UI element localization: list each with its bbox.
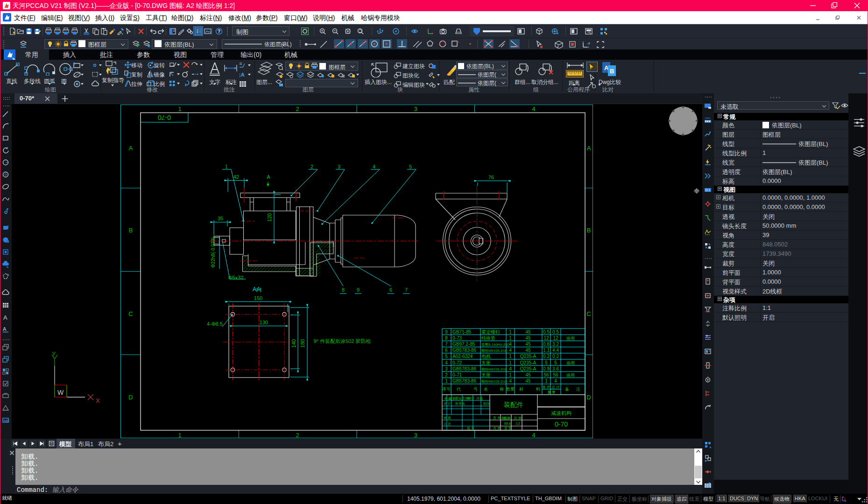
svg-text:7: 7	[445, 342, 448, 347]
svg-text:A02-6324: A02-6324	[452, 354, 473, 359]
svg-text:45: 45	[525, 348, 531, 353]
svg-text:总 计: 总 计	[551, 385, 560, 389]
svg-text:4: 4	[509, 366, 512, 371]
svg-text:12: 12	[543, 336, 549, 341]
svg-text:2: 2	[296, 432, 299, 439]
svg-text:1: 1	[445, 378, 448, 384]
svg-text:第 页: 第 页	[504, 427, 512, 430]
svg-text:电机: 电机	[481, 354, 491, 359]
svg-text:材: 材	[519, 387, 523, 392]
svg-text:A: A	[587, 145, 591, 152]
svg-text:4: 4	[509, 378, 512, 384]
svg-text:借用: 借用	[566, 373, 575, 378]
svg-text:;A: ;A	[239, 72, 245, 77]
svg-text:3: 3	[338, 164, 340, 169]
svg-text:GB5783-86: GB5783-86	[452, 366, 477, 371]
svg-text:1: 1	[178, 105, 181, 112]
svg-text:O 1: O 1	[706, 189, 711, 192]
svg-text:序号: 序号	[442, 387, 451, 392]
svg-text:1: 1	[509, 372, 512, 378]
svg-text:4: 4	[554, 378, 557, 384]
svg-text:6: 6	[389, 287, 392, 293]
svg-text:0.2: 0.2	[552, 354, 559, 359]
svg-text:垫圈5-140HV-ZnD: 垫圈5-140HV-ZnD	[481, 343, 510, 347]
svg-text:重 量: 重 量	[503, 416, 511, 420]
svg-text:0-70: 0-70	[158, 114, 171, 121]
svg-text:150: 150	[254, 295, 262, 301]
svg-text:C: C	[128, 310, 133, 317]
svg-text:0.2: 0.2	[543, 354, 550, 359]
svg-text:Q235-A: Q235-A	[520, 354, 536, 359]
svg-text:支座: 支座	[481, 372, 491, 378]
svg-text:A: A	[267, 174, 270, 180]
svg-text:0.9: 0.9	[543, 366, 550, 371]
svg-text:4: 4	[445, 360, 448, 365]
svg-text:代: 代	[456, 387, 461, 392]
svg-text:2: 2	[445, 372, 448, 378]
svg-text:45: 45	[525, 372, 531, 378]
svg-text:1: 1	[545, 378, 548, 384]
svg-text:56: 56	[543, 372, 549, 378]
svg-text:数量: 数量	[506, 387, 515, 392]
svg-text:支座: 支座	[481, 360, 491, 365]
svg-text:4: 4	[532, 105, 535, 112]
svg-text:借用: 借用	[566, 361, 575, 365]
svg-text:螺栓M8X20-ZnD: 螺栓M8X20-ZnD	[481, 367, 508, 371]
svg-text:批 准: 批 准	[467, 427, 474, 430]
svg-text:8: 8	[342, 287, 345, 293]
svg-text:X: X	[96, 397, 100, 404]
svg-text:紧定螺钉: 紧定螺钉	[481, 329, 500, 335]
svg-text:5: 5	[409, 164, 412, 169]
svg-text:螺栓M6X20-ZnD: 螺栓M6X20-ZnD	[481, 379, 508, 384]
svg-text:A: A	[129, 145, 133, 152]
svg-text:比 例: 比 例	[514, 416, 522, 420]
svg-text:4: 4	[509, 348, 512, 353]
svg-text:1: 1	[509, 360, 512, 365]
svg-text:工 艺: 工 艺	[444, 422, 451, 426]
svg-text:1: 1	[509, 336, 512, 341]
svg-text:A向: A向	[253, 286, 262, 293]
svg-text:标准化: 标准化	[455, 402, 465, 406]
svg-text:Φ22h8(-0.033): Φ22h8(-0.033)	[211, 237, 216, 267]
svg-text:D: D	[586, 394, 591, 401]
svg-text:Q235-A: Q235-A	[520, 366, 536, 371]
svg-text:5: 5	[545, 360, 548, 365]
svg-text:9° 件装配后涂502 胶防松: 9° 件装配后涂502 胶防松	[314, 338, 371, 344]
svg-text:1: 1	[844, 497, 846, 501]
svg-text:Q235-A: Q235-A	[520, 360, 536, 365]
svg-text:特殊垫: 特殊垫	[481, 336, 495, 341]
svg-text:GB97.2-85: GB97.2-85	[452, 342, 475, 347]
svg-text:Φ5x32: Φ5x32	[228, 275, 244, 280]
svg-text:日期: 日期	[476, 397, 483, 400]
svg-text:ABC: ABC	[4, 419, 10, 422]
svg-text:180: 180	[300, 339, 305, 348]
svg-text:8: 8	[445, 336, 448, 341]
svg-text:3.6: 3.6	[552, 366, 559, 371]
svg-text:1.1: 1.1	[543, 348, 550, 353]
svg-text:0.5: 0.5	[543, 329, 550, 335]
svg-text:4: 4	[509, 342, 512, 347]
svg-text:3: 3	[414, 432, 417, 439]
svg-text:阶段: 阶段	[483, 402, 490, 406]
svg-text:4: 4	[373, 164, 375, 169]
svg-text:Y: Y	[52, 350, 56, 357]
svg-text:GB5783-86: GB5783-86	[452, 378, 477, 384]
svg-text:B: B	[587, 227, 591, 234]
svg-text:1: 1	[509, 354, 512, 359]
svg-text:76: 76	[488, 175, 494, 180]
svg-text:9: 9	[445, 329, 448, 335]
svg-text:56: 56	[553, 372, 558, 378]
svg-text:35: 35	[218, 216, 223, 221]
svg-text:0-70: 0-70	[555, 420, 568, 428]
svg-text:设 计: 设 计	[444, 402, 451, 405]
svg-text:3: 3	[414, 105, 417, 112]
svg-text:1:2: 1:2	[515, 422, 520, 425]
svg-text:重 量: 重 量	[547, 390, 556, 394]
svg-text:42: 42	[233, 174, 239, 180]
svg-text:装配件: 装配件	[504, 401, 523, 408]
svg-text:6: 6	[445, 348, 448, 353]
svg-text:130: 130	[260, 320, 268, 325]
svg-text:名: 名	[484, 387, 488, 392]
svg-text:料: 料	[536, 387, 540, 392]
svg-text:12: 12	[553, 336, 558, 341]
